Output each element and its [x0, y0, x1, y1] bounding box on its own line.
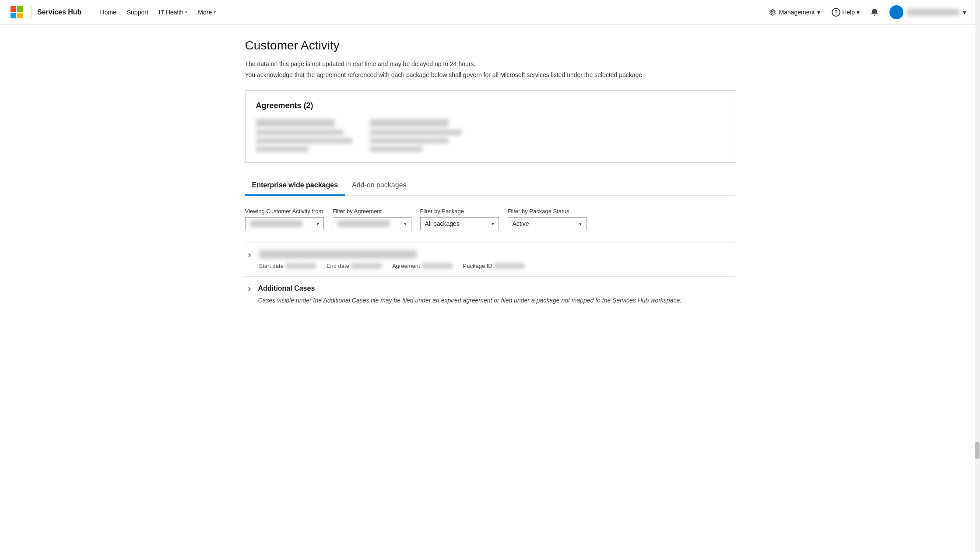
- agreement-1-line3: [256, 146, 309, 152]
- meta-agreement: Agreement: [392, 263, 453, 269]
- navbar-divider: [32, 6, 32, 18]
- meta-package-id: Package ID: [463, 263, 525, 269]
- navbar-nav: Home Support IT Health ▾ More ▾: [95, 6, 764, 18]
- user-chevron-icon: ▾: [963, 9, 966, 16]
- package-info: Start date End date Agreement Packa: [259, 250, 735, 269]
- meta-end-date-value: [351, 263, 382, 269]
- meta-agreement-value: [422, 263, 453, 269]
- ithealth-chevron-icon: ▾: [185, 10, 187, 14]
- filter-status-label: Filter by Package Status: [508, 208, 587, 214]
- agreements-card: Agreements (2): [245, 90, 735, 163]
- filter-agreement-value: [337, 220, 390, 227]
- filter-group-viewing: Viewing Customer Activity from ▾: [245, 208, 324, 230]
- navbar-brand: Services Hub: [37, 8, 81, 16]
- user-profile[interactable]: ▾: [886, 4, 969, 21]
- filter-viewing-select[interactable]: ▾: [245, 217, 324, 230]
- ms-logo-blue: [11, 13, 16, 18]
- agreement-item-2: [370, 119, 462, 152]
- additional-cases-title: Additional Cases: [258, 285, 315, 292]
- ms-logo-yellow: [17, 13, 23, 18]
- package-name: [259, 250, 417, 259]
- filter-package-label: Filter by Package: [420, 208, 499, 214]
- nav-more[interactable]: More ▾: [193, 6, 220, 18]
- package-list: Start date End date Agreement Packa: [245, 243, 735, 311]
- filters-row: Viewing Customer Activity from ▾ Filter …: [245, 208, 735, 230]
- filter-status-value: Active: [513, 220, 576, 227]
- filter-package-select[interactable]: All packages ▾: [420, 217, 499, 230]
- package-row: Start date End date Agreement Packa: [245, 250, 735, 269]
- agreement-1-name: [256, 119, 335, 127]
- help-chevron-icon: ▾: [857, 9, 860, 16]
- filter-agreement-select[interactable]: ▾: [333, 217, 411, 230]
- filter-status-select[interactable]: Active ▾: [508, 217, 587, 230]
- agreement-2-line1: [370, 130, 462, 135]
- filter-package-value: All packages: [425, 220, 488, 227]
- nav-home[interactable]: Home: [95, 6, 120, 18]
- package-meta: Start date End date Agreement Packa: [259, 263, 735, 269]
- filter-agreement-chevron-icon: ▾: [404, 221, 407, 227]
- notification-button[interactable]: [867, 5, 882, 19]
- filter-group-package: Filter by Package All packages ▾: [420, 208, 499, 230]
- help-label: Help: [842, 9, 855, 16]
- meta-start-date: Start date: [259, 263, 316, 269]
- scrollbar[interactable]: [975, 0, 980, 325]
- management-chevron-icon: ▾: [817, 9, 820, 16]
- additional-cases-header[interactable]: Additional Cases: [245, 284, 735, 293]
- agreement-2-line3: [370, 146, 422, 152]
- additional-cases-description: Cases visible under the Additional Cases…: [245, 297, 735, 304]
- ms-logo-red: [11, 6, 16, 12]
- filter-viewing-chevron-icon: ▾: [316, 221, 319, 227]
- meta-end-date: End date: [327, 263, 382, 269]
- agreement-item-1: [256, 119, 352, 152]
- user-name: [907, 9, 959, 16]
- agreements-grid: [256, 119, 724, 152]
- agreements-title: Agreements (2): [256, 101, 724, 110]
- agreement-2-name: [370, 119, 449, 127]
- page-title: Customer Activity: [245, 39, 735, 53]
- tab-addon-packages[interactable]: Add-on packages: [345, 177, 414, 196]
- avatar: [889, 5, 903, 19]
- gear-icon: [768, 8, 776, 16]
- nav-support[interactable]: Support: [123, 6, 153, 18]
- tabs-container: Enterprise wide packages Add-on packages: [245, 177, 735, 196]
- filter-status-chevron-icon: ▾: [579, 221, 582, 227]
- ms-logo-green: [17, 6, 23, 12]
- filter-package-chevron-icon: ▾: [492, 221, 494, 227]
- nav-ithealth[interactable]: IT Health ▾: [155, 6, 192, 18]
- agreement-1-line1: [256, 130, 344, 135]
- meta-package-id-value: [494, 263, 525, 269]
- filter-viewing-value: [250, 220, 302, 227]
- notification-icon: [870, 8, 879, 17]
- agreement-1-line2: [256, 138, 352, 144]
- management-button[interactable]: Management ▾: [764, 6, 825, 19]
- additional-cases-section: Additional Cases Cases visible under the…: [245, 276, 735, 311]
- filter-group-agreement: Filter by Agreement ▾: [333, 208, 411, 230]
- microsoft-logo[interactable]: [11, 6, 23, 18]
- main-content: Customer Activity The data on this page …: [228, 25, 753, 325]
- additional-cases-expand-icon[interactable]: [245, 285, 254, 293]
- page-subtitle-1: The data on this page is not updated in …: [245, 60, 735, 69]
- page-subtitle-2: You acknowledge that the agreement refer…: [245, 70, 735, 80]
- help-icon: ?: [832, 8, 840, 17]
- navbar: Services Hub Home Support IT Health ▾ Mo…: [0, 0, 980, 25]
- expand-icon[interactable]: [245, 251, 254, 260]
- ms-logo-grid: [11, 6, 23, 18]
- meta-start-date-value: [285, 263, 316, 269]
- management-label: Management: [779, 9, 815, 16]
- tab-enterprise-packages[interactable]: Enterprise wide packages: [245, 177, 345, 196]
- table-row: Start date End date Agreement Packa: [245, 243, 735, 276]
- filter-viewing-label: Viewing Customer Activity from: [245, 208, 324, 214]
- more-chevron-icon: ▾: [214, 10, 216, 14]
- filter-agreement-label: Filter by Agreement: [333, 208, 411, 214]
- help-button[interactable]: ? Help ▾: [828, 5, 863, 19]
- navbar-actions: Management ▾ ? Help ▾ ▾: [764, 4, 969, 21]
- agreement-2-line2: [370, 138, 449, 144]
- filter-group-status: Filter by Package Status Active ▾: [508, 208, 587, 230]
